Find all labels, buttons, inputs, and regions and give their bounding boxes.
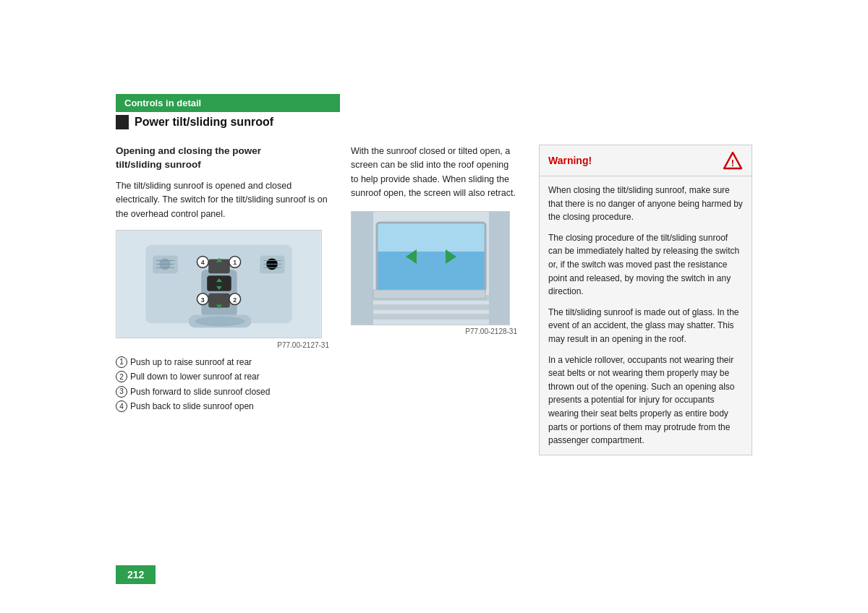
sunroof-interior-diagram: [351, 211, 510, 325]
svg-rect-42: [489, 212, 510, 325]
svg-text:!: !: [731, 158, 734, 168]
page-number: 212: [116, 565, 156, 584]
controls-label: Controls in detail: [116, 94, 340, 112]
svg-rect-39: [352, 304, 510, 310]
warning-box: Warning! ! When closing the tilt/sliding…: [539, 145, 752, 455]
sunroof-control-diagram: 4 3 1: [116, 230, 322, 338]
warning-header: Warning! !: [540, 145, 752, 176]
list-item: 4 Push back to slide sunroof open: [116, 399, 329, 413]
warning-para-1: When closing the tilt/sliding sunroof, m…: [548, 184, 743, 224]
warning-title: Warning!: [548, 155, 592, 166]
svg-text:3: 3: [201, 296, 205, 304]
svg-rect-41: [352, 212, 373, 325]
diagram-caption-2: P77.00-2128-31: [351, 327, 517, 335]
page-container: Controls in detail Power tilt/sliding su…: [0, 0, 868, 613]
svg-text:4: 4: [201, 259, 205, 266]
middle-body-text: With the sunroof closed or tilted open, …: [351, 145, 517, 201]
svg-text:1: 1: [233, 259, 237, 266]
num-circle-3: 3: [116, 386, 127, 398]
warning-body: When closing the tilt/sliding sunroof, m…: [540, 176, 752, 455]
subsection-heading: Opening and closing the power tilt/slidi…: [116, 145, 329, 172]
warning-para-3: The tilt/sliding sunroof is made out of …: [548, 306, 743, 346]
page-number-container: 212: [116, 565, 156, 584]
num-circle-2: 2: [116, 371, 127, 382]
section-title-bar: Power tilt/sliding sunroof: [116, 115, 340, 129]
header-bar: Controls in detail Power tilt/sliding su…: [116, 94, 340, 129]
section-title: Power tilt/sliding sunroof: [135, 116, 273, 129]
svg-rect-34: [377, 252, 485, 291]
svg-rect-43: [373, 290, 485, 299]
middle-column: With the sunroof closed or tilted open, …: [351, 145, 517, 541]
svg-point-29: [195, 316, 244, 326]
num-circle-4: 4: [116, 400, 127, 412]
warning-para-4: In a vehicle rollover, occupants not wea…: [548, 353, 743, 447]
warning-triangle-icon: !: [723, 151, 743, 170]
right-column: Warning! ! When closing the tilt/sliding…: [539, 145, 752, 541]
left-column: Opening and closing the power tilt/slidi…: [116, 145, 329, 541]
list-item: 1 Push up to raise sunroof at rear: [116, 355, 329, 369]
left-body-text: The tilt/sliding sunroof is opened and c…: [116, 179, 329, 221]
list-item: 2 Pull down to lower sunroof at rear: [116, 369, 329, 384]
num-circle-1: 1: [116, 356, 127, 368]
diagram-caption-1: P77.00-2127-31: [116, 341, 329, 349]
black-rect-icon: [116, 115, 129, 129]
content-area: Opening and closing the power tilt/slidi…: [116, 145, 752, 541]
svg-rect-40: [352, 314, 510, 320]
list-item: 3 Push forward to slide sunroof closed: [116, 385, 329, 399]
svg-text:2: 2: [233, 296, 237, 304]
numbered-list: 1 Push up to raise sunroof at rear 2 Pul…: [116, 355, 329, 414]
warning-para-2: The closing procedure of the tilt/slidin…: [548, 231, 743, 299]
